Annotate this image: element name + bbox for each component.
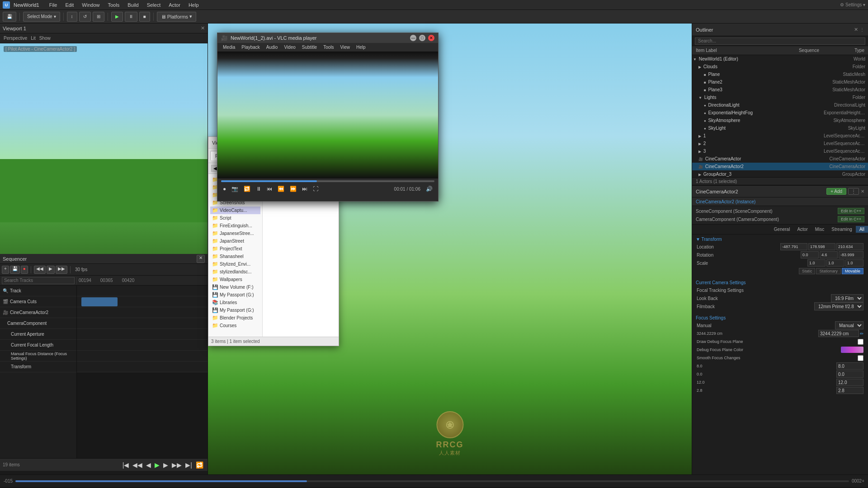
outliner-row-0[interactable]: ▼ NewWorld1 (Editor) World [692, 55, 868, 63]
location-y[interactable] [808, 243, 835, 250]
platforms-btn[interactable]: 🖥 Platforms ▾ [157, 12, 196, 22]
seq-close-btn[interactable]: ✕ [197, 255, 205, 263]
camera-settings-header[interactable]: Current Camera Settings [696, 279, 864, 286]
vlc-progress-bar[interactable] [221, 180, 434, 182]
track-row-aperture[interactable]: Current Aperture [0, 329, 76, 340]
vlc-record-btn[interactable]: ● [221, 185, 228, 193]
location-x[interactable] [780, 243, 807, 250]
smooth-interp-input[interactable] [836, 362, 863, 370]
vlc-menu-view[interactable]: View [338, 44, 353, 50]
menu-window[interactable]: Window [78, 1, 103, 9]
focus-method-select[interactable]: Manual [835, 321, 863, 329]
menu-file[interactable]: File [46, 1, 61, 9]
vlc-close-btn[interactable]: ✕ [428, 35, 434, 41]
vlc-menu-video[interactable]: Video [281, 44, 298, 50]
transport-step-back[interactable]: ◀ [145, 461, 152, 469]
vlc-minimize-btn[interactable]: — [410, 35, 416, 41]
lit-btn[interactable]: Lit [31, 36, 36, 41]
fe-folder-vol[interactable]: 💾New Volume (F:) [210, 283, 260, 291]
track-row-0[interactable]: 🔍Track [0, 286, 76, 296]
details-close-btn[interactable]: ✕ [861, 189, 864, 194]
outliner-row-5[interactable]: ▼ Lights Folder [692, 94, 868, 101]
vlc-next-btn[interactable]: ⏭ [300, 185, 309, 193]
transport-prev-frame[interactable]: ◀◀ [131, 461, 144, 469]
transport-step-fwd[interactable]: ▶ [162, 461, 170, 469]
outliner-search-input[interactable] [695, 38, 865, 45]
transform-header[interactable]: ▼ Transform [696, 235, 864, 243]
fe-folder-fire[interactable]: 📁FireExtinguish... [210, 222, 260, 230]
seq-save-btn[interactable]: 💾 [10, 266, 20, 274]
select-mode-btn[interactable]: Select Mode ▾ [23, 12, 60, 22]
seq-timeline[interactable] [77, 286, 208, 458]
outliner-row-7[interactable]: ● ExponentialHeightFog ExponentialHeight… [692, 109, 868, 117]
tab-general[interactable]: General [770, 226, 794, 233]
smooth-focus-check[interactable] [858, 355, 863, 361]
scale-y[interactable] [826, 259, 844, 267]
fe-folder-script[interactable]: 📁Script [210, 214, 260, 222]
play-btn[interactable]: ▶ [111, 12, 123, 22]
rotation-x[interactable] [801, 251, 819, 258]
fe-folder-project[interactable]: 📁ProjectText [210, 245, 260, 253]
vlc-fullscreen-btn[interactable]: ⛶ [311, 185, 320, 193]
tab-streaming[interactable]: Streaming [828, 226, 856, 233]
seq-new-btn[interactable]: + [2, 266, 9, 274]
camera-cut-clip[interactable] [81, 297, 118, 306]
viewport-canvas[interactable]: [ Pilot Active - CineCameraActor2 ] [0, 43, 208, 254]
show-btn[interactable]: Show [39, 36, 51, 41]
tab-actor[interactable]: Actor [793, 226, 811, 233]
vlc-fwd-btn[interactable]: ⏩ [288, 185, 298, 193]
fe-folder-courses[interactable]: 📁Courses [210, 322, 260, 329]
outliner-row-14[interactable]: 🎥 CineCameraActor2 CineCameraActor [692, 163, 868, 170]
outliner-settings-btn[interactable]: ⋮ [860, 27, 864, 32]
focus-settings-header[interactable]: Focus Settings [696, 314, 864, 321]
menu-help[interactable]: Help [185, 1, 203, 9]
tab-misc[interactable]: Misc [811, 226, 828, 233]
details-add-btn[interactable]: + Add [826, 188, 846, 195]
mobility-stationary[interactable]: Stationary [816, 268, 841, 274]
scale-z[interactable] [845, 259, 863, 267]
fe-folder-libraries[interactable]: 📚Libraries [210, 299, 260, 306]
scale-btn[interactable]: ⊞ [93, 12, 104, 22]
mobility-movable[interactable]: Movable [842, 268, 863, 274]
manual-focus-input[interactable] [818, 330, 859, 337]
transport-to-start[interactable]: |◀ [121, 461, 131, 469]
fe-folder-stylized[interactable]: 📁Stylized_Envi... [210, 260, 260, 268]
location-z[interactable] [836, 243, 863, 250]
outliner-row-13[interactable]: 🎥 CineCameraActor CineCameraActor [692, 155, 868, 163]
transport-loop[interactable]: 🔁 [194, 461, 205, 469]
track-row-cinecamera[interactable]: 🎥CineCameraActor2 [0, 307, 76, 318]
outliner-row-4[interactable]: ■ Plane3 StaticMeshActor [692, 86, 868, 94]
seq-prev-btn[interactable]: ◀◀ [34, 266, 46, 274]
vlc-video-area[interactable] [217, 52, 438, 178]
vlc-volume-btn[interactable]: 🔊 [424, 185, 434, 193]
save-btn[interactable]: 💾 [3, 12, 16, 22]
rotation-y[interactable] [820, 251, 838, 258]
details-more-btn[interactable]: ⋮ [848, 188, 859, 195]
outliner-close-btn[interactable]: ✕ [854, 27, 858, 33]
vlc-menu-tools[interactable]: Tools [321, 44, 336, 50]
stop-btn[interactable]: ■ [139, 12, 150, 22]
focus-color-swatch[interactable] [841, 347, 863, 353]
outliner-row-1[interactable]: ▶ Clouds Folder [692, 63, 868, 70]
menu-edit[interactable]: Edit [61, 1, 77, 9]
vlc-menu-media[interactable]: Media [220, 44, 238, 50]
vlc-maximize-btn[interactable]: □ [419, 35, 425, 41]
vlc-snapshot-btn[interactable]: 📷 [230, 185, 240, 193]
outliner-row-2[interactable]: ■ Plane StaticMesh [692, 70, 868, 78]
vlc-titlebar[interactable]: 🎥 NewWorld(1_2).avi - VLC media player —… [217, 33, 438, 43]
track-row-focal[interactable]: Current Focal Length [0, 340, 76, 351]
outliner-row-9[interactable]: ● SkyLight SkyLight [692, 124, 868, 132]
vlc-menu-help[interactable]: Help [354, 44, 368, 50]
focus-offset-input[interactable] [836, 371, 863, 378]
vlc-menu-subtitle[interactable]: Subtitle [299, 44, 320, 50]
seq-play-btn[interactable]: ▶ [47, 266, 55, 274]
menu-tools[interactable]: Tools [104, 1, 123, 9]
track-row-transform[interactable]: Transform [0, 361, 76, 372]
menu-actor[interactable]: Actor [165, 1, 184, 9]
rotation-z[interactable] [839, 251, 863, 258]
transport-to-end[interactable]: ▶| [184, 461, 193, 469]
fe-folder-wallpapers[interactable]: 📁Wallpapers [210, 276, 260, 283]
outliner-row-10[interactable]: ▶ 1 LevelSequenceActor [692, 132, 868, 140]
pause-btn[interactable]: ⏸ [125, 12, 137, 22]
vlc-play-pause-btn[interactable]: ⏸ [254, 185, 263, 193]
